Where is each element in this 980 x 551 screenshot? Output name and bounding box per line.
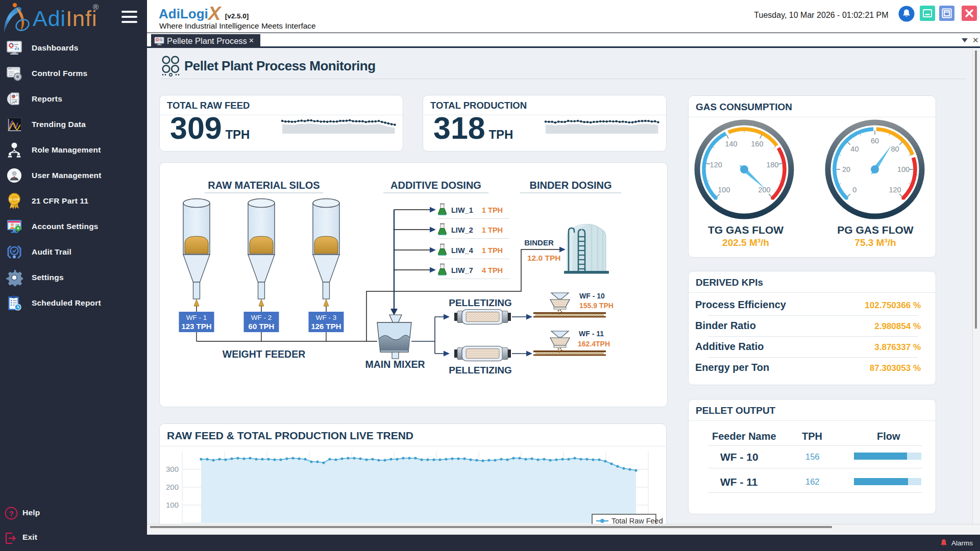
svg-text:WEIGHT FEEDER: WEIGHT FEEDER (223, 348, 306, 360)
svg-text:100: 100 (718, 186, 730, 194)
svg-text:60 TPH: 60 TPH (249, 322, 275, 331)
svg-text:WF - 2: WF - 2 (251, 314, 272, 321)
svg-text:1 TPH: 1 TPH (482, 206, 503, 214)
svg-text:100: 100 (897, 165, 910, 173)
svg-text:4 TPH: 4 TPH (482, 266, 503, 274)
svg-text:1 TPH: 1 TPH (482, 226, 503, 234)
svg-text:WF - 10: WF - 10 (579, 292, 605, 300)
svg-text:LIW_1: LIW_1 (451, 206, 473, 214)
svg-text:160: 160 (751, 140, 763, 148)
svg-text:1 TPH: 1 TPH (482, 246, 503, 255)
svg-text:162.4TPH: 162.4TPH (578, 340, 610, 348)
svg-text:200: 200 (166, 483, 179, 491)
svg-text:LIW_4: LIW_4 (451, 246, 473, 255)
svg-text:12.0 TPH: 12.0 TPH (527, 254, 560, 262)
svg-text:0: 0 (852, 186, 856, 194)
svg-text:MAIN MIXER: MAIN MIXER (365, 359, 425, 370)
svg-text:155.9 TPH: 155.9 TPH (579, 302, 614, 310)
svg-text:WF - 11: WF - 11 (579, 330, 604, 338)
svg-text:80: 80 (891, 145, 899, 153)
svg-text:PELLETIZING: PELLETIZING (449, 297, 512, 308)
svg-text:WF - 3: WF - 3 (316, 314, 337, 321)
svg-text:180: 180 (766, 161, 778, 169)
svg-text:PELLETIZING: PELLETIZING (449, 365, 512, 375)
svg-text:120: 120 (710, 161, 722, 169)
svg-text:20: 20 (842, 165, 850, 173)
svg-text:60: 60 (871, 137, 879, 145)
svg-text:200: 200 (758, 186, 770, 194)
svg-text:BINDER DOSING: BINDER DOSING (529, 180, 611, 191)
svg-text:140: 140 (725, 140, 737, 148)
svg-text:RAW MATERIAL SILOS: RAW MATERIAL SILOS (208, 180, 320, 191)
svg-text:40: 40 (850, 145, 859, 153)
svg-text:ADDITIVE DOSING: ADDITIVE DOSING (390, 180, 481, 191)
svg-text:100: 100 (166, 500, 179, 509)
svg-text:WF - 1: WF - 1 (186, 314, 207, 321)
svg-text:300: 300 (166, 465, 179, 473)
svg-text:LIW_7: LIW_7 (451, 266, 473, 274)
svg-text:120: 120 (889, 186, 901, 194)
svg-text:126 TPH: 126 TPH (311, 322, 341, 331)
svg-text:?: ? (9, 509, 13, 518)
svg-text:123 TPH: 123 TPH (181, 322, 211, 331)
svg-text:21 CFR: 21 CFR (9, 198, 20, 201)
svg-text:BINDER: BINDER (524, 238, 554, 247)
svg-text:LIW_2: LIW_2 (451, 226, 473, 234)
